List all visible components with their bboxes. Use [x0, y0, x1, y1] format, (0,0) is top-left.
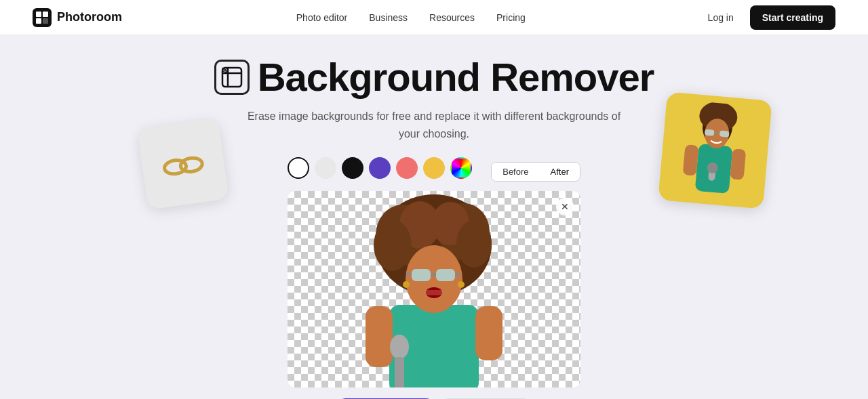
main-nav: Photoroom Photo editor Business Resource… [0, 0, 868, 35]
close-preview-button[interactable]: ✕ [556, 198, 574, 215]
color-swatches [288, 157, 472, 179]
logo-icon [33, 8, 52, 27]
floating-woman-card [658, 92, 772, 209]
nav-actions: Log in Start creating [700, 5, 835, 30]
svg-rect-46 [426, 290, 442, 295]
nav-business[interactable]: Business [369, 12, 408, 23]
svg-rect-4 [43, 18, 48, 24]
nav-links: Photo editor Business Resources Pricing [296, 12, 526, 24]
svg-rect-43 [431, 273, 436, 276]
svg-rect-11 [730, 148, 746, 180]
svg-rect-42 [406, 273, 412, 276]
controls-row: Before After [288, 157, 580, 186]
page-title: Background Remover [258, 54, 654, 100]
svg-rect-38 [475, 306, 502, 360]
svg-point-48 [458, 281, 465, 288]
svg-rect-40 [412, 269, 431, 281]
before-button[interactable]: Before [492, 163, 539, 181]
svg-point-33 [374, 219, 412, 271]
preview-canvas: ✕ [288, 191, 580, 387]
svg-rect-10 [682, 144, 698, 176]
svg-point-6 [180, 156, 203, 173]
main-content: Background Remover Erase image backgroun… [0, 35, 868, 399]
swatch-black[interactable] [342, 157, 363, 179]
hero-title-container: Background Remover [214, 54, 654, 100]
hero-subtitle: Erase image backgrounds for free and rep… [248, 108, 620, 142]
nav-pricing[interactable]: Pricing [496, 12, 526, 23]
jewelry-icon [153, 137, 214, 191]
swatch-purple[interactable] [369, 157, 391, 179]
svg-point-47 [403, 281, 410, 288]
swatch-yellow[interactable] [423, 157, 445, 179]
login-button[interactable]: Log in [700, 7, 742, 28]
swatch-light-gray[interactable] [315, 157, 336, 179]
after-button[interactable]: After [540, 163, 580, 181]
svg-point-34 [456, 220, 492, 268]
before-after-toggle: Before After [491, 162, 580, 182]
woman-image-container [658, 92, 772, 209]
nav-resources[interactable]: Resources [429, 12, 475, 23]
svg-rect-37 [366, 306, 393, 367]
floating-jewelry-card [137, 118, 229, 210]
preview-section: Before After ✕ [288, 157, 580, 387]
nav-photo-editor[interactable]: Photo editor [296, 12, 348, 23]
svg-rect-41 [436, 269, 455, 281]
start-creating-button[interactable]: Start creating [750, 5, 835, 30]
swatch-rainbow[interactable] [450, 157, 472, 179]
svg-rect-44 [455, 273, 460, 276]
svg-rect-3 [36, 18, 41, 24]
hero-bg-remover-icon [214, 60, 250, 95]
svg-rect-14 [719, 130, 729, 137]
svg-rect-50 [395, 357, 404, 387]
logo-link[interactable]: Photoroom [33, 8, 122, 27]
swatch-pink[interactable] [396, 157, 418, 179]
svg-rect-2 [43, 12, 48, 17]
svg-line-15 [714, 133, 719, 133]
woman-figure-icon [663, 99, 767, 209]
svg-point-49 [390, 335, 409, 359]
logo-text: Photoroom [57, 10, 122, 24]
svg-rect-13 [704, 129, 714, 136]
swatch-white[interactable] [288, 157, 309, 179]
bg-remover-svg-icon [220, 66, 243, 89]
svg-rect-1 [36, 12, 41, 17]
svg-rect-0 [33, 8, 52, 27]
subject-person-svg [288, 191, 580, 387]
